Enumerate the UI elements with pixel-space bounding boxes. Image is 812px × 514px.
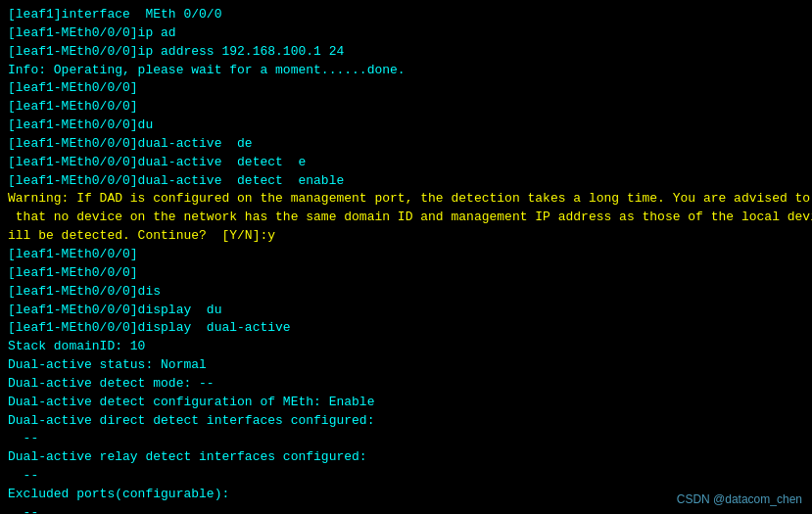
terminal-line: [leaf1-MEth0/0/0] xyxy=(8,264,804,283)
terminal-line: [leaf1-MEth0/0/0] xyxy=(8,98,804,117)
terminal-line: Dual-active status: Normal xyxy=(8,356,804,375)
terminal-line: [leaf1-MEth0/0/0]ip address 192.168.100.… xyxy=(8,43,804,62)
watermark: CSDN @datacom_chen xyxy=(677,492,802,506)
terminal-line: [leaf1]interface MEth 0/0/0 xyxy=(8,6,804,24)
terminal-line: [leaf1-MEth0/0/0]dual-active detect e xyxy=(8,154,804,172)
terminal-line: Dual-active direct detect interfaces con… xyxy=(8,412,804,431)
terminal-line: Stack domainID: 10 xyxy=(8,338,804,356)
terminal-line: [leaf1-MEth0/0/0]ip ad xyxy=(8,24,804,43)
terminal-line: [leaf1-MEth0/0/0]du xyxy=(8,117,804,135)
terminal-line: -- xyxy=(8,467,804,486)
terminal-line: Dual-active detect mode: -- xyxy=(8,375,804,394)
terminal-output: [leaf1]interface MEth 0/0/0[leaf1-MEth0/… xyxy=(8,6,804,514)
terminal-line: Warning: If DAD is configured on the man… xyxy=(8,190,804,209)
terminal-line: [leaf1-MEth0/0/0]dual-active de xyxy=(8,135,804,154)
terminal-line: [leaf1-MEth0/0/0]dual-active detect enab… xyxy=(8,172,804,191)
terminal-window: [leaf1]interface MEth 0/0/0[leaf1-MEth0/… xyxy=(0,0,812,514)
terminal-line: -- xyxy=(8,430,804,448)
terminal-line: Info: Operating, please wait for a momen… xyxy=(8,62,804,80)
terminal-line: ill be detected. Continue? [Y/N]:y xyxy=(8,227,804,246)
terminal-line: [leaf1-MEth0/0/0]display dual-active xyxy=(8,319,804,338)
terminal-line: Dual-active relay detect interfaces conf… xyxy=(8,448,804,467)
terminal-line: that no device on the network has the sa… xyxy=(8,209,804,227)
terminal-line: [leaf1-MEth0/0/0] xyxy=(8,79,804,98)
terminal-line: [leaf1-MEth0/0/0] xyxy=(8,246,804,264)
terminal-line: Dual-active detect configuration of MEth… xyxy=(8,394,804,412)
terminal-line: [leaf1-MEth0/0/0]dis xyxy=(8,283,804,302)
terminal-line: [leaf1-MEth0/0/0]display du xyxy=(8,302,804,320)
